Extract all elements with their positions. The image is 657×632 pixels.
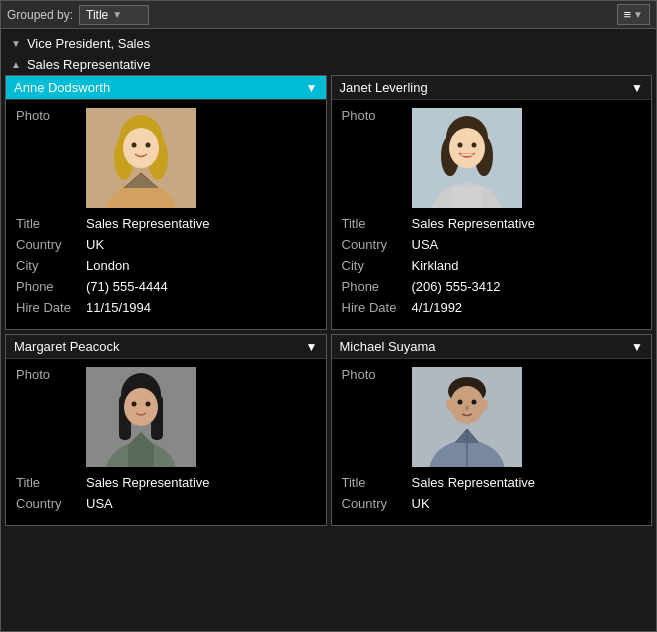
field-value-city-anne: London [86,258,129,273]
field-label-country-margaret: Country [16,496,86,511]
field-value-country-anne: UK [86,237,104,252]
photo-margaret [86,367,196,467]
field-label-title-janet: Title [342,216,412,231]
svg-rect-17 [452,186,482,208]
toolbar: Grouped by: Title ▼ ≡ ▼ [1,1,656,29]
field-value-hiredate-janet: 4/1/1992 [412,300,463,315]
card-body-michael: Photo [332,359,652,525]
svg-point-29 [450,386,484,424]
card-row-country-anne: Country UK [16,237,316,252]
card-row-country-janet: Country USA [342,237,642,252]
cards-grid: Anne Dodsworth ▼ Photo [5,75,652,526]
card-header-janet[interactable]: Janet Leverling ▼ [332,76,652,100]
field-label-title-anne: Title [16,216,86,231]
view-icon: ≡ [624,7,632,22]
card-chevron-michael: ▼ [631,340,643,354]
group-label-sales-rep: Sales Representative [27,57,151,72]
photo-label-anne: Photo [16,108,86,123]
svg-point-23 [124,388,158,426]
field-label-city-janet: City [342,258,412,273]
card-header-margaret[interactable]: Margaret Peacock ▼ [6,335,326,359]
svg-point-31 [480,399,488,411]
scrollable-content[interactable]: ▼ Vice President, Sales ▲ Sales Represen… [1,29,656,631]
field-label-title-michael: Title [342,475,412,490]
card-header-michael[interactable]: Michael Suyama ▼ [332,335,652,359]
photo-label-michael: Photo [342,367,412,382]
field-value-title-janet: Sales Representative [412,216,536,231]
svg-point-25 [146,402,151,407]
svg-point-32 [457,400,462,405]
group-header-vp-sales[interactable]: ▼ Vice President, Sales [5,33,652,54]
card-row-hiredate-anne: Hire Date 11/15/1994 [16,300,316,315]
toolbar-left: Grouped by: Title ▼ [7,5,149,25]
card-row-photo-janet: Photo [342,108,642,208]
card-michael-suyama[interactable]: Michael Suyama ▼ Photo [331,334,653,526]
field-value-phone-janet: (206) 555-3412 [412,279,501,294]
card-body-margaret: Photo [6,359,326,525]
grouped-by-value: Title [86,8,108,22]
field-value-title-anne: Sales Representative [86,216,210,231]
card-name-michael: Michael Suyama [340,339,436,354]
card-row-phone-anne: Phone (71) 555-4444 [16,279,316,294]
toolbar-right: ≡ ▼ [617,4,651,25]
main-container: Grouped by: Title ▼ ≡ ▼ ▼ Vice President… [0,0,657,632]
card-chevron-anne: ▼ [306,81,318,95]
card-name-anne: Anne Dodsworth [14,80,110,95]
field-label-hiredate-janet: Hire Date [342,300,412,315]
card-row-city-janet: City Kirkland [342,258,642,273]
card-row-title-michael: Title Sales Representative [342,475,642,490]
field-label-country-janet: Country [342,237,412,252]
card-body-janet: Photo [332,100,652,329]
grouped-by-chevron: ▼ [112,9,122,20]
photo-michael [412,367,522,467]
card-row-city-anne: City London [16,258,316,273]
card-row-photo-margaret: Photo [16,367,316,467]
svg-point-13 [449,128,485,168]
card-row-title-janet: Title Sales Representative [342,216,642,231]
field-label-country-anne: Country [16,237,86,252]
card-janet-leverling[interactable]: Janet Leverling ▼ Photo [331,75,653,330]
field-label-title-margaret: Title [16,475,86,490]
card-margaret-peacock[interactable]: Margaret Peacock ▼ Photo [5,334,327,526]
view-toggle-button[interactable]: ≡ ▼ [617,4,651,25]
photo-anne [86,108,196,208]
card-chevron-janet: ▼ [631,81,643,95]
photo-label-margaret: Photo [16,367,86,382]
group-label-vp: Vice President, Sales [27,36,150,51]
svg-point-7 [146,143,151,148]
card-row-phone-janet: Phone (206) 555-3412 [342,279,642,294]
field-value-city-janet: Kirkland [412,258,459,273]
grouped-by-dropdown[interactable]: Title ▼ [79,5,149,25]
svg-point-30 [446,399,454,411]
card-header-anne[interactable]: Anne Dodsworth ▼ [6,76,326,100]
svg-point-14 [457,143,462,148]
card-anne-dodsworth[interactable]: Anne Dodsworth ▼ Photo [5,75,327,330]
card-row-photo-michael: Photo [342,367,642,467]
card-name-margaret: Margaret Peacock [14,339,120,354]
triangle-icon-vp: ▼ [11,38,21,49]
photo-label-janet: Photo [342,108,412,123]
field-value-phone-anne: (71) 555-4444 [86,279,168,294]
card-chevron-margaret: ▼ [306,340,318,354]
card-body-anne: Photo [6,100,326,329]
field-label-country-michael: Country [342,496,412,511]
field-value-hiredate-anne: 11/15/1994 [86,300,151,315]
triangle-icon-sales-rep: ▲ [11,59,21,70]
field-label-city-anne: City [16,258,86,273]
card-row-hiredate-janet: Hire Date 4/1/1992 [342,300,642,315]
svg-point-5 [123,128,159,168]
card-row-title-margaret: Title Sales Representative [16,475,316,490]
svg-point-24 [132,402,137,407]
card-row-photo-anne: Photo [16,108,316,208]
group-header-sales-rep[interactable]: ▲ Sales Representative [5,54,652,75]
card-row-country-michael: Country UK [342,496,642,511]
photo-janet [412,108,522,208]
svg-point-6 [132,143,137,148]
grouped-by-label: Grouped by: [7,8,73,22]
svg-point-34 [465,406,469,411]
field-value-title-michael: Sales Representative [412,475,536,490]
view-chevron: ▼ [633,9,643,20]
card-row-title-anne: Title Sales Representative [16,216,316,231]
field-label-phone-anne: Phone [16,279,86,294]
svg-point-15 [471,143,476,148]
